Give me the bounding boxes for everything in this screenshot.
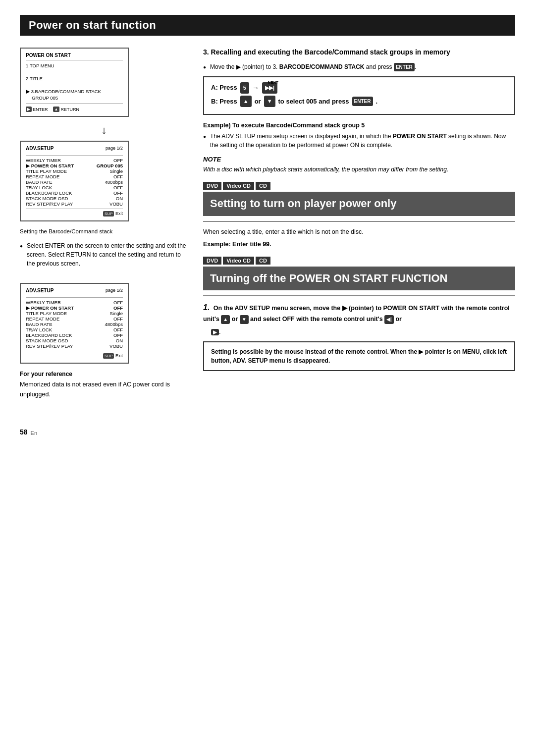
screen2-row6: TRAY LOCKOFF (26, 185, 123, 190)
screen1-mockup: POWER ON START 1.TOP MENU 2.TITLE 3.BARC… (20, 48, 129, 117)
screen1-item6: GROUP 005 (26, 95, 123, 101)
badge-dvd-1: DVD (203, 182, 221, 190)
screen2-row8: STACK MODE OSDON (26, 196, 123, 201)
page-title: Power on start function (20, 15, 515, 36)
section-rule-1 (203, 221, 515, 222)
bullet-move: Move the ▶ (pointer) to 3. BARCODE/COMMA… (203, 62, 515, 71)
screen3-row8: STACK MODE OSDON (26, 338, 123, 343)
down-btn2: ▼ (240, 315, 249, 324)
screen2-row5: BAUD RATE4800bps (26, 179, 123, 185)
section-power-only-body: When selecting a title, enter a title wh… (203, 227, 515, 237)
note-box: NOTE With a disc with which playback sta… (203, 156, 515, 174)
screen1-item4 (26, 82, 123, 88)
enter-btn-inline: ENTER (394, 63, 415, 71)
right-column: 3. Recalling and executing the Barcode/C… (203, 48, 515, 403)
page-lang: En (31, 430, 37, 436)
step-number: 1. (203, 301, 210, 314)
row-b-text: to select 005 and press (278, 96, 349, 107)
note-title: NOTE (203, 156, 515, 163)
screen2-caption: Setting the Barcode/Command stack (20, 228, 188, 234)
screen3-row7: BLACKBOARD LOCKOFF (26, 332, 123, 338)
page-number: 58 (20, 428, 28, 436)
bullet-text-1: Select ENTER on the screen to enter the … (20, 241, 188, 268)
arrow-right-icon: → (252, 82, 259, 94)
arrow-down-1: ↓ (20, 124, 188, 137)
screen3-row5: BAUD RATE4800bps (26, 322, 123, 327)
instruction-row-b: B: Press ▲ or ▼ to select 005 and press … (211, 96, 507, 107)
reference-label: For your reference (20, 371, 188, 378)
badge-vcd-1: Video CD (223, 182, 254, 190)
section-power-only-bar: DVD Video CD CD Setting to turn on playe… (203, 182, 515, 216)
screen2-mockup: ADV.SETUP page 1/2 WEEKLY TIMEROFF ▶ POW… (20, 141, 129, 221)
screen3-row4: REPEAT MODEOFF (26, 316, 123, 322)
step1-text: 1. On the ADV SETUP menu screen, move th… (203, 301, 515, 324)
screen3-mockup: ADV.SETUP page 1/2 WEEKLY TIMEROFF ▶ POW… (20, 283, 129, 364)
screen3-row3: TITLE PLAY MODESingle (26, 311, 123, 316)
badge-cd-2: CD (256, 257, 270, 265)
up-btn: ▲ (240, 96, 252, 107)
prev-btn: ◀| (384, 315, 394, 324)
screen3-page: page 1/2 (106, 288, 123, 295)
instruction-box: A: Press 5 → ▶▶| NEXT B: Press ▲ or ▼ to… (203, 76, 515, 115)
screen3-row1: WEEKLY TIMEROFF (26, 300, 123, 305)
left-column: POWER ON START 1.TOP MENU 2.TITLE 3.BARC… (20, 48, 188, 403)
screen3-row2: ▶ POWER ON STARTOFF (26, 305, 123, 311)
enter-btn-icon: ▶ (26, 107, 32, 112)
screen2-row7: BLACKBOARD LOCKOFF (26, 190, 123, 196)
screen2-row9: REV STEP/REV PLAYVOBU (26, 201, 123, 207)
row-b-label: B: Press (211, 96, 237, 107)
screen2-row4: REPEAT MODEOFF (26, 174, 123, 179)
note-text: With a disc with which playback starts a… (203, 165, 515, 174)
screen1-footer: ▶ ENTER ▲ RETURN (26, 107, 123, 112)
down-btn: ▼ (264, 96, 275, 107)
badge-vcd-2: Video CD (223, 257, 254, 265)
screen3-title: ADV.SETUP (26, 288, 54, 293)
info-box: Setting is possible by the mouse instead… (203, 341, 515, 371)
screen2-row2: ▶ POWER ON STARTGROUP 005 (26, 163, 123, 168)
disc-badges-2: DVD Video CD CD (203, 257, 515, 265)
instruction-row-a: A: Press 5 → ▶▶| NEXT (211, 82, 507, 94)
screen2-page: page 1/2 (106, 146, 123, 153)
screen1-return: ▲ RETURN (53, 107, 79, 112)
row-b-or: or (255, 96, 261, 107)
section3-heading: 3. Recalling and executing the Barcode/C… (203, 48, 515, 57)
screen1-item5: 3.BARCODE/COMMAND STACK (26, 88, 123, 95)
screen1-item3: 2.TITLE (26, 75, 123, 82)
screen3-row9: REV STEP/REV PLAYVOBU (26, 343, 123, 349)
reference-text: Memorized data is not erased even if AC … (20, 379, 188, 399)
section-power-only-example: Example: Enter title 99. (203, 241, 515, 248)
badge-dvd-2: DVD (203, 257, 221, 265)
screen1-title: POWER ON START (26, 53, 123, 58)
next-btn-wrap: ▶▶| NEXT (262, 82, 277, 94)
badge-cd-1: CD (256, 182, 270, 190)
screen1-enter: ▶ ENTER (26, 107, 48, 112)
page-number-area: 58 En (20, 418, 515, 436)
up-btn2: ▲ (221, 315, 230, 324)
disc-badges-1: DVD Video CD CD (203, 182, 515, 190)
exit-btn2: SUP (103, 353, 114, 359)
step1-btn-last: ▶. (211, 328, 515, 335)
section-turn-off-bar: DVD Video CD CD Turning off the POWER ON… (203, 257, 515, 291)
section-power-only-title: Setting to turn on player power only (203, 192, 515, 216)
screen1-item2 (26, 69, 123, 75)
screen2-row1: WEEKLY TIMEROFF (26, 158, 123, 163)
section-turn-off-title: Turning off the POWER ON START FUNCTION (203, 267, 515, 291)
screen1-item1: 1.TOP MENU (26, 62, 123, 69)
screen2-title: ADV.SETUP (26, 146, 54, 151)
enter-btn2: ENTER (352, 97, 373, 106)
num5-btn: 5 (240, 82, 249, 94)
screen3-row6: TRAY LOCKOFF (26, 327, 123, 332)
screen2-footer: SUP Exit (26, 211, 123, 216)
screen3-footer: SUP Exit (26, 353, 123, 359)
next-superscript: NEXT (268, 79, 278, 86)
return-btn-icon: ▲ (53, 107, 60, 112)
section-rule-2 (203, 295, 515, 296)
screen2-row3: TITLE PLAY MODESingle (26, 168, 123, 174)
row-a-label: A: Press (211, 82, 237, 93)
next-btn2: ▶ (211, 329, 219, 335)
exit-btn: SUP (103, 211, 114, 216)
example-bullet: The ADV SETUP menu setup screen is displ… (203, 132, 515, 150)
example-heading: Example) To execute Barcode/Command stac… (203, 122, 515, 129)
